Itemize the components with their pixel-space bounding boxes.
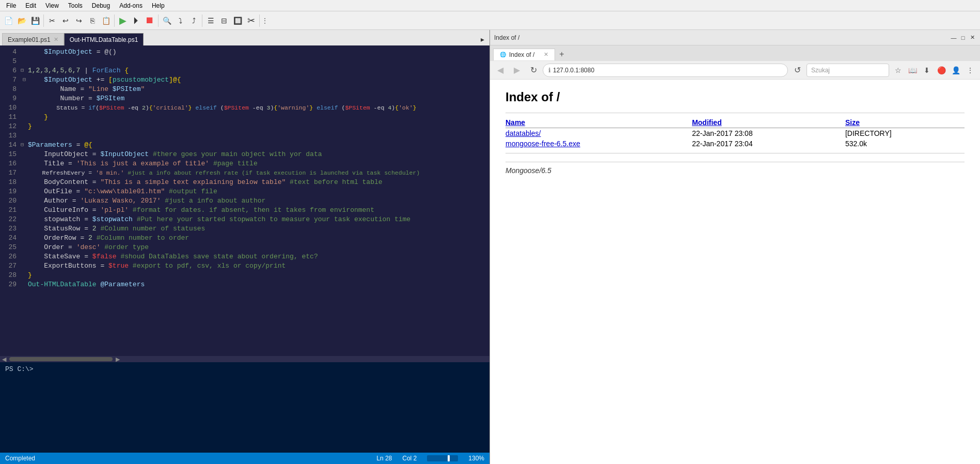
info-icon: ℹ [548,67,551,74]
code-line-9: 9 Number = $PSItem [0,94,489,103]
address-bar[interactable]: ℹ 127.0.0.1:8080 [543,64,788,77]
menu-file[interactable]: File [2,1,20,10]
row1-name: datatables/ [505,128,692,139]
snip-button[interactable]: ✂ [245,14,257,27]
mongoose-link[interactable]: mongoose-free-6.5.exe [505,140,580,148]
reload-button[interactable]: ↺ [790,63,804,78]
search-bar[interactable]: Szukaj [807,64,889,77]
stop-button[interactable]: ⏹ [144,14,156,27]
status-zoom-slider[interactable] [427,455,458,461]
more-actions-icon[interactable]: ⋮ [963,64,977,77]
col-modified-link[interactable]: Modified [692,118,722,127]
status-col: Col 2 [402,455,417,462]
code-line-5: 5 [0,57,489,66]
code-line-16: 16 Title = 'This is just a example of ti… [0,159,489,168]
maximize-button[interactable]: □ [959,34,967,41]
row2-name: mongoose-free-6.5.exe [505,138,692,149]
horizontal-scrollbar[interactable]: ◀ ▶ [0,356,489,362]
index-divider-top [505,113,965,113]
scroll-right[interactable]: ▶ [114,356,122,363]
copy-button[interactable]: ⎘ [86,14,99,27]
tab-example01[interactable]: Example01.ps1 ✕ [2,33,64,45]
step-out-button[interactable]: ⤴ [187,14,200,27]
undo-button[interactable]: ↩ [59,14,72,27]
status-zoom: 130% [468,455,484,462]
code-line-28: 28 } [0,271,489,280]
menu-debug[interactable]: Debug [88,1,114,10]
code-line-13: 13 [0,131,489,141]
save-button[interactable]: 💾 [29,14,41,27]
cut-button[interactable]: ✂ [46,14,58,27]
browser-window-title: Index of / [494,34,519,41]
tab-htmldatatable[interactable]: Out-HTMLDataTable.ps1 [64,33,144,45]
code-line-18: 18 BodyContent = "This is a simple text … [0,178,489,187]
separator-5 [259,14,260,27]
datatables-link[interactable]: datatables/ [505,129,541,137]
open-button[interactable]: 📂 [15,14,28,27]
toggle-panes-button[interactable]: ☰ [204,14,217,27]
browser-navbar: ◀ ▶ ↻ ℹ 127.0.0.1:8080 ↺ Szukaj ☆ 📖 ⬇ 🔴 … [490,61,980,80]
back-button[interactable]: ◀ [493,63,508,78]
scroll-thumb[interactable] [9,357,113,361]
new-tab-button[interactable]: + [555,48,568,61]
close-browser-tab[interactable]: ✕ [544,51,548,58]
code-editor[interactable]: 4 $InputObject = @() 5 6 ⊟ 1,2,3,4,5,6,7… [0,45,489,356]
separator-2 [114,14,115,27]
code-line-21: 21 CultureInfo = 'pl-pl' #format for dat… [0,206,489,215]
redo-button[interactable]: ↪ [73,14,85,27]
index-divider-bottom [505,153,965,153]
menu-view[interactable]: View [41,1,63,10]
forward-button[interactable]: ▶ [510,63,524,78]
code-line-23: 23 StatusRow = 2 #Column number of statu… [0,224,489,234]
separator-4 [202,14,202,27]
terminal[interactable]: PS C:\> [0,362,489,453]
code-line-17: 17 RefreshEvery = '8 min.' #just a info … [0,168,489,178]
menu-tools[interactable]: Tools [64,1,87,10]
menu-edit[interactable]: Edit [21,1,40,10]
run-selection-button[interactable]: ⏵ [130,14,143,27]
status-completed: Completed [5,455,35,462]
menu-help[interactable]: Help [148,1,169,10]
paste-button[interactable]: 📋 [100,14,112,27]
code-line-19: 19 OutFile = "c:\www\table01.htm" #outpu… [0,187,489,196]
zoom-button[interactable]: 🔲 [231,14,244,27]
menu-addons[interactable]: Add-ons [115,1,147,10]
col-name-link[interactable]: Name [505,118,525,127]
minimize-button[interactable]: — [950,34,957,41]
download-icon[interactable]: ⬇ [920,64,934,77]
scroll-left[interactable]: ◀ [0,356,8,363]
code-line-22: 22 stopwatch = $stopwatch #Put here your… [0,215,489,224]
close-button[interactable]: ✕ [969,34,976,41]
new-button[interactable]: 📄 [2,14,14,27]
separator-3 [158,14,159,27]
col-size-header: Size [845,117,965,128]
code-line-24: 24 OrderRow = 2 #Column number to order [0,234,489,243]
status-ln: Ln 28 [376,455,392,462]
table-row-datatables: datatables/ 22-Jan-2017 23:08 [DIRECTORY… [505,128,965,139]
browser-tab-index[interactable]: 🌐 Index of / ✕ [493,49,555,60]
tab-bar: Example01.ps1 ✕ Out-HTMLDataTable.ps1 ▸ [0,30,489,45]
run-button[interactable]: ▶ [117,14,129,27]
code-line-12: 12 } [0,122,489,131]
code-line-11: 11 } [0,113,489,122]
separator-1 [43,14,44,27]
reading-mode-icon[interactable]: 📖 [906,64,919,77]
extension-icon[interactable]: 🔴 [935,64,948,77]
refresh-button[interactable]: ↻ [526,63,541,78]
col-modified-header: Modified [692,117,845,128]
debug-button[interactable]: 🔍 [161,14,173,27]
split-pane-button[interactable]: ⊟ [218,14,230,27]
menu-bar: File Edit View Tools Debug Add-ons Help [0,0,980,11]
bookmark-star-icon[interactable]: ☆ [891,64,905,77]
profile-icon[interactable]: 👤 [949,64,962,77]
table-row-mongoose: mongoose-free-6.5.exe 22-Jan-2017 23:04 … [505,138,965,149]
search-placeholder-text: Szukaj [811,67,830,74]
step-in-button[interactable]: ⤵ [174,14,186,27]
close-tab-example01[interactable]: ✕ [54,36,58,43]
row1-modified: 22-Jan-2017 23:08 [692,128,845,139]
col-size-link[interactable]: Size [845,118,860,127]
code-line-14: 14 ⊟ $Parameters = @{ [0,141,489,150]
code-line-29: 29 Out-HTMLDataTable @Parameters [0,280,489,289]
toolbar: 📄 📂 💾 ✂ ↩ ↪ ⎘ 📋 ▶ ⏵ ⏹ 🔍 ⤵ ⤴ ☰ ⊟ 🔲 ✂ ⋮ [0,11,980,30]
tab-scroll[interactable]: ▸ [477,33,487,45]
